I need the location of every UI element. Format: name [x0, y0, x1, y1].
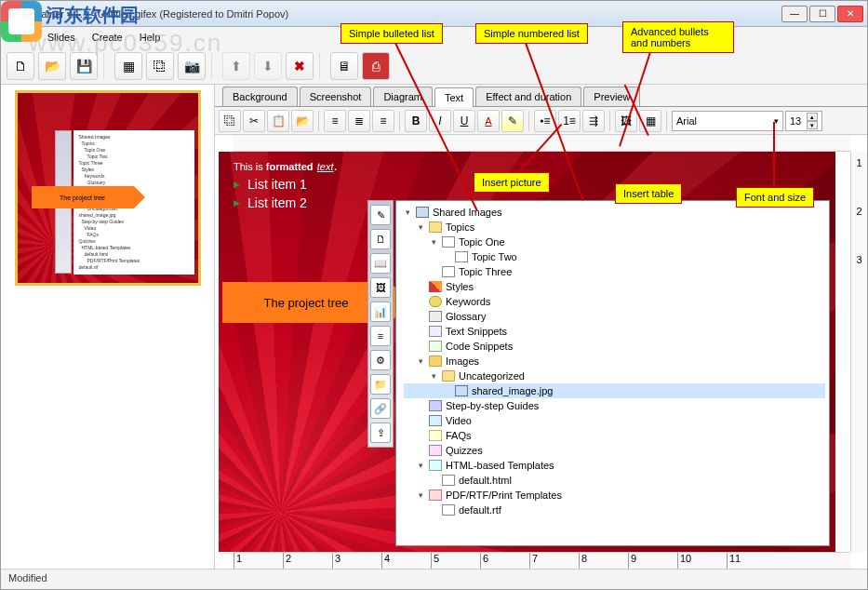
maximize-button[interactable]: ☐	[809, 6, 835, 22]
delete-button[interactable]: ✖	[286, 52, 314, 80]
bold-button[interactable]: B	[405, 110, 427, 132]
export-pdf-button[interactable]: ⎙	[362, 52, 390, 80]
tree-item-topics[interactable]: ▾Topics	[404, 220, 825, 235]
tree-item-faqs[interactable]: FAQs	[404, 428, 825, 443]
save-button[interactable]: 💾	[70, 52, 98, 80]
expand-toggle-icon[interactable]	[417, 417, 425, 425]
open-file-button[interactable]: 📂	[291, 110, 314, 132]
tree-item-text-snippets[interactable]: Text Snippets	[404, 324, 825, 339]
slide-text-block[interactable]: This is formatted text. List item 1 List…	[234, 157, 338, 210]
align-right-button[interactable]: ≡	[372, 110, 394, 132]
embedded-list-icon: ≡	[370, 326, 391, 346]
expand-toggle-icon[interactable]	[430, 506, 438, 515]
tab-screenshot[interactable]: Screenshot	[300, 87, 372, 106]
numbered-list-button[interactable]: 1≡	[558, 110, 581, 132]
highlight-button[interactable]: ✎	[501, 110, 524, 132]
tab-effect-duration[interactable]: Effect and duration	[475, 87, 581, 106]
font-size-spinner[interactable]: 13 ▴▾	[785, 111, 822, 131]
tree-item-icon	[429, 355, 442, 367]
callout-insert-table: Insert table	[615, 183, 682, 204]
tree-item-default-rtf[interactable]: default.rtf	[404, 503, 825, 517]
insert-table-button[interactable]: ▦	[639, 110, 661, 132]
slides-panel: Shared ImagesTopicsTopic OneTopic TwoTop…	[1, 85, 215, 569]
tree-item-quizzes[interactable]: Quizzes	[404, 443, 825, 458]
capture-button[interactable]: 📷	[178, 52, 206, 80]
expand-toggle-icon[interactable]	[443, 387, 451, 396]
tree-item-uncategorized[interactable]: ▾Uncategorized	[404, 369, 825, 383]
expand-toggle-icon[interactable]: ▾	[417, 462, 425, 470]
main-toolbar: 🗋 📂 💾 ▦ ⿻ 📷 ⬆ ⬇ ✖ 🖥 ⎙	[1, 47, 867, 85]
expand-toggle-icon[interactable]	[417, 432, 425, 440]
tree-item-styles[interactable]: Styles	[404, 279, 825, 294]
advanced-list-button[interactable]: ⇶	[582, 110, 605, 132]
tree-item-shared-image-jpg[interactable]: shared_image.jpg	[404, 383, 825, 398]
tree-item-icon	[442, 370, 455, 382]
font-color-button[interactable]: A	[477, 110, 500, 132]
minimize-button[interactable]: —	[781, 6, 808, 22]
tree-item-default-html[interactable]: default.html	[404, 473, 825, 488]
tree-item-topic-three[interactable]: Topic Three	[404, 264, 825, 279]
menu-help[interactable]: Help	[132, 29, 168, 46]
slide-editor[interactable]: This is formatted text. List item 1 List…	[219, 152, 835, 552]
callout-advanced-list: Advanced bullets and numbers	[622, 21, 734, 53]
move-down-button[interactable]: ⬇	[254, 52, 282, 80]
tree-item-icon	[429, 326, 442, 337]
add-slide-button[interactable]: ▦	[114, 52, 142, 80]
menu-create[interactable]: Create	[85, 29, 130, 46]
expand-toggle-icon[interactable]	[443, 253, 451, 261]
expand-toggle-icon[interactable]: ▾	[404, 208, 412, 217]
source-site-logo	[1, 1, 42, 42]
tree-item-label: Uncategorized	[459, 370, 525, 382]
tree-item-topic-one[interactable]: ▾Topic One	[404, 235, 825, 249]
tree-item-label: shared_image.jpg	[472, 385, 553, 396]
align-center-button[interactable]: ≣	[348, 110, 370, 132]
tree-item-pdf-rtf-print-templates[interactable]: ▾PDF/RTF/Print Templates	[404, 488, 825, 503]
tree-item-images[interactable]: ▾Images	[404, 354, 825, 369]
tree-item-html-based-templates[interactable]: ▾HTML-based Templates	[404, 458, 825, 473]
align-left-button[interactable]: ≡	[324, 110, 346, 132]
export-button[interactable]: 🖥	[330, 52, 358, 80]
close-button[interactable]: ✕	[837, 6, 863, 22]
tab-text[interactable]: Text	[434, 87, 474, 107]
expand-toggle-icon[interactable]: ▾	[430, 238, 438, 247]
tree-item-label: Topic Two	[472, 251, 517, 262]
expand-toggle-icon[interactable]	[430, 268, 438, 276]
font-size-up[interactable]: ▴	[807, 113, 818, 121]
font-family-combo[interactable]: Arial	[672, 111, 783, 131]
expand-toggle-icon[interactable]: ▾	[417, 357, 425, 366]
tree-item-step-by-step-guides[interactable]: Step-by-step Guides	[404, 398, 825, 413]
open-button[interactable]: 📂	[38, 52, 66, 80]
expand-toggle-icon[interactable]	[417, 402, 425, 410]
tree-item-icon	[429, 311, 442, 322]
expand-toggle-icon[interactable]	[430, 476, 438, 485]
underline-button[interactable]: U	[453, 110, 475, 132]
tree-item-icon	[455, 251, 468, 262]
tree-item-code-snippets[interactable]: Code Snippets	[404, 339, 825, 354]
new-button[interactable]: 🗋	[7, 52, 34, 80]
tree-item-icon	[429, 489, 442, 501]
expand-toggle-icon[interactable]	[417, 447, 425, 455]
move-up-button[interactable]: ⬆	[222, 52, 250, 80]
expand-toggle-icon[interactable]	[417, 298, 425, 306]
expand-toggle-icon[interactable]: ▾	[417, 491, 425, 500]
expand-toggle-icon[interactable]	[417, 328, 425, 336]
expand-toggle-icon[interactable]	[417, 342, 425, 351]
tree-item-keywords[interactable]: Keywords	[404, 294, 825, 309]
cut-button[interactable]: ✂	[243, 110, 265, 132]
menu-slides[interactable]: Slides	[40, 29, 83, 46]
copy-button[interactable]: ⿻	[219, 110, 241, 132]
tree-item-topic-two[interactable]: Topic Two	[404, 249, 825, 264]
expand-toggle-icon[interactable]: ▾	[417, 223, 425, 232]
slide-thumbnail-1[interactable]: Shared ImagesTopicsTopic OneTopic TwoTop…	[15, 90, 201, 286]
expand-toggle-icon[interactable]	[417, 313, 425, 321]
tree-item-glossary[interactable]: Glossary	[404, 309, 825, 324]
callout-numbered-list: Simple numbered list	[475, 23, 588, 44]
tab-background[interactable]: Background	[222, 87, 298, 106]
tree-item-label: Images	[446, 355, 479, 367]
expand-toggle-icon[interactable]: ▾	[430, 372, 438, 381]
duplicate-slide-button[interactable]: ⿻	[146, 52, 174, 80]
tree-item-video[interactable]: Video	[404, 413, 825, 428]
expand-toggle-icon[interactable]	[417, 283, 425, 291]
paste-button[interactable]: 📋	[267, 110, 289, 132]
font-size-down[interactable]: ▾	[807, 121, 818, 129]
